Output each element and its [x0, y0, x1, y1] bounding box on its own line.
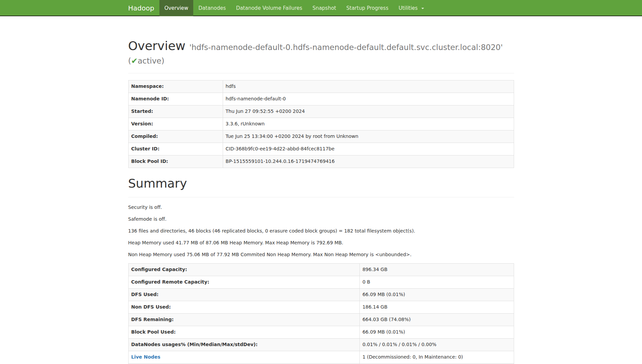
nav-link-datanode-volume-failures[interactable]: Datanode Volume Failures [231, 0, 307, 16]
row-value: 896.34 GB [359, 263, 514, 276]
table-row: DFS Used:66.09 MB (0.01%) [128, 288, 514, 301]
row-label: Started: [128, 105, 223, 118]
table-row: Started:Thu Jun 27 09:52:55 +0200 2024 [128, 105, 514, 118]
row-label: Block Pool Used: [128, 326, 359, 338]
table-row: Namenode ID:hdfs-namenode-default-0 [128, 93, 514, 105]
nav-link-overview[interactable]: Overview [159, 0, 194, 16]
namenode-state: (✔active) [128, 56, 164, 65]
summary-paragraph: Safemode is off. [128, 216, 514, 223]
nav-link-utilities[interactable]: Utilities [394, 0, 429, 16]
page-title-text: Overview [128, 39, 186, 53]
row-label: Live Nodes [128, 351, 359, 363]
row-value: 186.14 GB [359, 301, 514, 313]
row-value: 66.09 MB (0.01%) [359, 326, 514, 338]
brand-hadoop[interactable]: Hadoop [123, 0, 159, 16]
row-label: Configured Remote Capacity: [128, 276, 359, 288]
nav-item-datanodes[interactable]: Datanodes [193, 0, 231, 16]
row-label: DFS Remaining: [128, 313, 359, 326]
row-value: BP-1515559101-10.244.0.16-1719474769416 [223, 155, 514, 168]
summary-paragraph: Heap Memory used 41.77 MB of 87.06 MB He… [128, 240, 514, 246]
row-label: Block Pool ID: [128, 155, 223, 168]
capacity-table-body: Configured Capacity:896.34 GBConfigured … [128, 263, 514, 364]
nav-link-startup-progress[interactable]: Startup Progress [341, 0, 393, 16]
row-value: CID-368b9fc0-ee19-4d22-abbd-84fcec8117be [223, 143, 514, 155]
row-label: Non DFS Used: [128, 301, 359, 313]
nav-item-utilities[interactable]: Utilities [394, 0, 429, 16]
table-row: Configured Remote Capacity:0 B [128, 276, 514, 288]
row-value: Thu Jun 27 09:52:55 +0200 2024 [223, 105, 514, 118]
nav-item-datanode-volume-failures[interactable]: Datanode Volume Failures [231, 0, 307, 16]
page-title: Overview 'hdfs-namenode-default-0.hdfs-n… [128, 39, 514, 66]
capacity-table: Configured Capacity:896.34 GBConfigured … [128, 263, 514, 364]
row-value: hdfs-namenode-default-0 [223, 93, 514, 105]
row-value: 0.01% / 0.01% / 0.01% / 0.00% [359, 338, 514, 351]
summary-paragraph: Security is off. [128, 204, 514, 211]
summary-paragraph: 136 files and directories, 46 blocks (46… [128, 228, 514, 235]
row-label: Version: [128, 118, 223, 130]
namenode-info-table: Namespace:hdfsNamenode ID:hdfs-namenode-… [128, 80, 514, 168]
nav-item-startup-progress[interactable]: Startup Progress [341, 0, 393, 16]
table-row: Version:3.3.6, rUnknown [128, 118, 514, 130]
table-row: Configured Capacity:896.34 GB [128, 263, 514, 276]
check-icon: ✔ [131, 56, 137, 65]
row-value: 1 (Decommissioned: 0, In Maintenance: 0) [359, 351, 514, 363]
row-value: Tue Jun 25 13:34:00 +0200 2024 by root f… [223, 130, 514, 143]
row-label: Namenode ID: [128, 93, 223, 105]
nav-link-snapshot[interactable]: Snapshot [307, 0, 341, 16]
table-row: DataNodes usages% (Min/Median/Max/stdDev… [128, 338, 514, 351]
namenode-info-table-body: Namespace:hdfsNamenode ID:hdfs-namenode-… [128, 80, 514, 168]
page-content: Overview 'hdfs-namenode-default-0.hdfs-n… [123, 39, 519, 364]
summary-text: Security is off.Safemode is off.136 file… [128, 204, 514, 258]
summary-paragraph: Non Heap Memory used 75.06 MB of 77.92 M… [128, 251, 514, 258]
summary-divider [128, 197, 514, 197]
row-label: Namespace: [128, 80, 223, 93]
row-value: 664.03 GB (74.08%) [359, 313, 514, 326]
table-row: Namespace:hdfs [128, 80, 514, 93]
row-label: DataNodes usages% (Min/Median/Max/stdDev… [128, 338, 359, 351]
state-label: active [138, 56, 161, 65]
live-nodes-link[interactable]: Live Nodes [131, 354, 160, 360]
row-value: 0 B [359, 276, 514, 288]
row-value: 66.09 MB (0.01%) [359, 288, 514, 301]
nav-link-datanodes[interactable]: Datanodes [193, 0, 231, 16]
table-row: Compiled:Tue Jun 25 13:34:00 +0200 2024 … [128, 130, 514, 143]
row-value: hdfs [223, 80, 514, 93]
row-label: Cluster ID: [128, 143, 223, 155]
row-label: Configured Capacity: [128, 263, 359, 276]
navbar-container: Hadoop OverviewDatanodesDatanode Volume … [123, 0, 519, 16]
row-value: 3.3.6, rUnknown [223, 118, 514, 130]
nav-item-snapshot[interactable]: Snapshot [307, 0, 341, 16]
navbar-menu: OverviewDatanodesDatanode Volume Failure… [159, 0, 429, 16]
title-divider [128, 73, 514, 73]
table-row: DFS Remaining:664.03 GB (74.08%) [128, 313, 514, 326]
table-row: Block Pool Used:66.09 MB (0.01%) [128, 326, 514, 338]
table-row: Non DFS Used:186.14 GB [128, 301, 514, 313]
summary-heading: Summary [128, 177, 514, 190]
nav-item-overview[interactable]: Overview [159, 0, 194, 16]
row-label: DFS Used: [128, 288, 359, 301]
table-row: Cluster ID:CID-368b9fc0-ee19-4d22-abbd-8… [128, 143, 514, 155]
table-row: Live Nodes1 (Decommissioned: 0, In Maint… [128, 351, 514, 363]
top-navbar: Hadoop OverviewDatanodesDatanode Volume … [0, 0, 642, 16]
caret-down-icon [421, 8, 424, 9]
table-row: Block Pool ID:BP-1515559101-10.244.0.16-… [128, 155, 514, 168]
row-label: Compiled: [128, 130, 223, 143]
